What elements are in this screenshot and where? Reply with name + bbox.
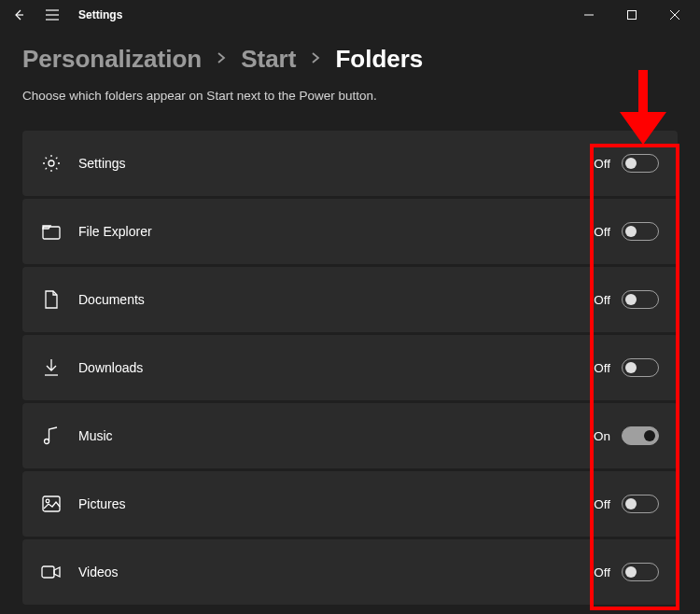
toggle-state: Off (594, 157, 610, 171)
toggle-thumb (625, 498, 637, 509)
setting-row-pictures[interactable]: Pictures Off (22, 471, 678, 537)
app-title: Settings (78, 8, 122, 21)
svg-point-12 (46, 499, 49, 503)
close-icon (670, 10, 679, 20)
gear-icon (41, 153, 62, 174)
toggle-thumb (644, 430, 655, 441)
setting-row-settings[interactable]: Settings Off (22, 131, 678, 196)
chevron-right-icon (217, 49, 226, 69)
toggle-state: Off (594, 497, 610, 511)
breadcrumb-personalization[interactable]: Personalization (22, 45, 202, 74)
toggle-state: Off (594, 225, 610, 239)
back-arrow-icon (12, 8, 25, 21)
svg-rect-13 (42, 566, 54, 578)
setting-row-documents[interactable]: Documents Off (22, 267, 678, 332)
setting-label: Music (78, 428, 594, 443)
toggle-state: Off (594, 361, 610, 375)
maximize-icon (627, 10, 637, 20)
toggle-videos[interactable] (622, 563, 659, 581)
toggle-settings[interactable] (622, 154, 659, 173)
svg-point-7 (49, 160, 54, 166)
toggle-documents[interactable] (622, 290, 659, 309)
downloads-icon (41, 357, 62, 378)
toggle-thumb (625, 362, 637, 373)
chevron-right-icon (311, 49, 320, 69)
toggle-thumb (625, 566, 637, 578)
toggle-area: Off (594, 495, 659, 513)
svg-rect-4 (628, 11, 637, 20)
toggle-file-explorer[interactable] (622, 222, 659, 241)
minimize-icon (584, 10, 594, 20)
page-description: Choose which folders appear on Start nex… (22, 89, 678, 103)
toggle-thumb (625, 294, 637, 305)
setting-label: Pictures (78, 496, 594, 511)
setting-label: Videos (78, 565, 594, 579)
setting-label: File Explorer (78, 224, 594, 239)
menu-button[interactable] (37, 0, 67, 30)
svg-point-10 (45, 440, 49, 444)
back-button[interactable] (4, 0, 34, 30)
breadcrumb-folders: Folders (335, 45, 423, 74)
setting-row-file-explorer[interactable]: File Explorer Off (22, 199, 678, 264)
setting-label: Documents (78, 292, 594, 307)
toggle-area: Off (594, 358, 659, 377)
videos-icon (41, 562, 62, 582)
toggle-area: Off (594, 290, 659, 309)
setting-row-downloads[interactable]: Downloads Off (22, 335, 678, 400)
documents-icon (41, 289, 62, 310)
toggle-area: On (594, 426, 659, 445)
file-explorer-icon (41, 221, 62, 242)
setting-row-music[interactable]: Music On (22, 403, 678, 468)
pictures-icon (41, 494, 62, 514)
content-area: Personalization Start Folders Choose whi… (0, 30, 700, 614)
toggle-state: Off (594, 293, 610, 307)
breadcrumb-start[interactable]: Start (241, 45, 296, 74)
window-controls (567, 0, 696, 30)
setting-row-videos[interactable]: Videos Off (22, 539, 678, 605)
minimize-button[interactable] (567, 0, 610, 30)
titlebar-left: Settings (4, 0, 122, 30)
toggle-area: Off (594, 563, 659, 581)
toggle-state: Off (594, 565, 610, 579)
toggle-area: Off (594, 154, 659, 173)
toggle-area: Off (594, 222, 659, 241)
titlebar: Settings (0, 0, 700, 30)
setting-label: Downloads (78, 360, 594, 375)
settings-list: Settings Off File Explorer Off Documents… (22, 131, 678, 605)
setting-label: Settings (78, 156, 594, 171)
toggle-music[interactable] (622, 426, 659, 445)
music-icon (41, 426, 62, 446)
toggle-downloads[interactable] (622, 358, 659, 377)
toggle-pictures[interactable] (622, 495, 659, 513)
maximize-button[interactable] (610, 0, 653, 30)
breadcrumb: Personalization Start Folders (22, 45, 678, 74)
hamburger-icon (45, 9, 60, 21)
close-button[interactable] (653, 0, 696, 30)
toggle-state: On (594, 429, 610, 443)
toggle-thumb (625, 226, 637, 237)
toggle-thumb (625, 158, 637, 169)
